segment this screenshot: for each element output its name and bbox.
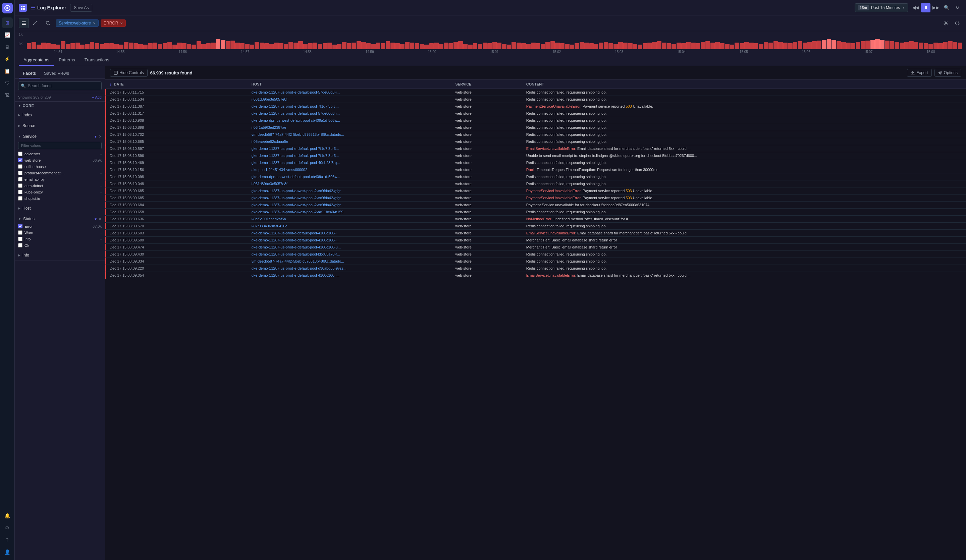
service-item-checkbox-6[interactable]	[18, 190, 23, 194]
save-as-button[interactable]: Save As	[70, 4, 92, 12]
service-item-checkbox-4[interactable]	[18, 177, 23, 181]
service-item-2[interactable]: coffee-house -	[15, 163, 105, 170]
tab-patterns[interactable]: Patterns	[54, 55, 79, 66]
nav-icon-settings[interactable]: ⚙	[2, 522, 13, 533]
hide-controls-button[interactable]: Hide Controls	[110, 69, 148, 77]
log-row-9[interactable]: Dec 17 15:08:10.596 gke-demo-11287-us-pr…	[105, 152, 966, 159]
refresh-button[interactable]: ↻	[953, 3, 962, 12]
nav-icon-help[interactable]: ?	[2, 535, 13, 545]
log-row-12[interactable]: Dec 17 15:08:10.098 gke-demo-dpn-us-west…	[105, 173, 966, 181]
export-button[interactable]: Export	[907, 69, 932, 77]
service-item-checkbox-0[interactable]	[18, 151, 23, 156]
search-icon[interactable]	[43, 18, 53, 28]
service-item-checkbox-1[interactable]	[18, 158, 23, 162]
status-item-checkbox-3[interactable]	[18, 243, 23, 248]
log-row-11[interactable]: Dec 17 15:08:10.156 aks-pool1-21451434-v…	[105, 166, 966, 173]
service-item-checkbox-2[interactable]	[18, 164, 23, 169]
facets-tab-saved-views[interactable]: Saved Views	[40, 69, 73, 79]
log-row-18[interactable]: Dec 17 15:08:09.636 i-0af5c091cbed2af5a …	[105, 216, 966, 223]
log-row-0[interactable]: Dec 17 15:08:11.715 gke-demo-11287-us-pr…	[105, 89, 966, 96]
time-selector[interactable]: 15m Past 15 Minutes ▼	[855, 3, 909, 12]
status-item-0[interactable]: Error 67.0k	[15, 223, 105, 229]
log-row-5[interactable]: Dec 17 15:08:10.898 i-06f1a59f3ed2387ae …	[105, 124, 966, 131]
log-row-15[interactable]: Dec 17 15:08:09.685 gke-demo-11287-us-pr…	[105, 194, 966, 202]
service-item-checkbox-7[interactable]	[18, 196, 23, 200]
status-item-checkbox-0[interactable]	[18, 224, 23, 228]
log-row-16[interactable]: Dec 17 15:08:09.684 gke-demo-11287-us-pr…	[105, 202, 966, 209]
list-view-button[interactable]	[19, 18, 29, 28]
col-date-header[interactable]: ↓ DATE	[106, 80, 248, 89]
service-item-7[interactable]: shopist.io -	[15, 195, 105, 202]
nav-icon-logs[interactable]: 📋	[2, 66, 13, 76]
service-item-0[interactable]: ad-server -	[15, 151, 105, 157]
service-filter-remove[interactable]: ✕	[99, 135, 102, 139]
error-filter-close[interactable]: ✕	[120, 21, 123, 25]
source-header[interactable]: ▶ Source	[15, 122, 105, 130]
log-row-20[interactable]: Dec 17 15:08:09.503 gke-demo-11287-us-pr…	[105, 230, 966, 237]
col-content-header[interactable]: CONTENT	[523, 80, 966, 89]
col-service-header[interactable]: SERVICE	[452, 80, 522, 89]
log-row-6[interactable]: Dec 17 15:08:10.702 vm-deedb587-74a7-44f…	[105, 131, 966, 138]
service-item-checkbox-5[interactable]	[18, 184, 23, 188]
nav-prev-button[interactable]: ◀◀	[911, 3, 920, 12]
service-item-4[interactable]: email-api-py -	[15, 176, 105, 182]
status-item-1[interactable]: Warn -	[15, 229, 105, 236]
service-filter-input[interactable]	[18, 142, 102, 149]
service-filter-header[interactable]: ▼ Service ▼ ✕	[15, 133, 105, 141]
nav-icon-monitor[interactable]: 🖥	[2, 41, 13, 52]
nav-pause-button[interactable]: ⏸	[921, 3, 930, 12]
add-facet-button[interactable]: + Add	[92, 95, 102, 99]
log-row-2[interactable]: Dec 17 15:08:11.387 gke-demo-11287-us-pr…	[105, 103, 966, 110]
log-row-23[interactable]: Dec 17 15:08:09.430 gke-demo-11287-us-pr…	[105, 251, 966, 258]
chart-view-button[interactable]	[30, 18, 40, 28]
options-button[interactable]: Options	[935, 69, 961, 77]
service-item-checkbox-3[interactable]	[18, 171, 23, 175]
host-header[interactable]: ▶ Host	[15, 204, 105, 212]
search-facets-input[interactable]	[18, 82, 102, 90]
log-row-1[interactable]: Dec 17 15:08:11.534 i-061d89be3e5057e8f …	[105, 96, 966, 103]
nav-icon-alerts[interactable]: 🔔	[2, 511, 13, 521]
facets-tab-facets[interactable]: Facets	[19, 69, 40, 79]
log-row-25[interactable]: Dec 17 15:08:09.220 gke-demo-11287-us-pr…	[105, 265, 966, 272]
log-row-8[interactable]: Dec 17 15:08:10.597 gke-demo-11287-us-pr…	[105, 145, 966, 152]
code-button[interactable]	[953, 18, 962, 28]
log-row-14[interactable]: Dec 17 15:08:09.685 gke-demo-11287-us-pr…	[105, 187, 966, 194]
tab-transactions[interactable]: Transactions	[80, 55, 114, 66]
log-row-13[interactable]: Dec 17 15:08:10.048 i-061d89be3e5057e8f …	[105, 181, 966, 187]
status-item-checkbox-2[interactable]	[18, 237, 23, 241]
col-host-header[interactable]: HOST	[248, 80, 452, 89]
nav-icon-dashboard[interactable]: 📈	[2, 30, 13, 40]
nav-icon-user[interactable]: 👤	[2, 547, 13, 557]
logs-table-wrapper[interactable]: ↓ DATE HOST SERVICE CONTENT Dec 17 15:08…	[105, 80, 966, 560]
status-item-2[interactable]: Info -	[15, 236, 105, 242]
service-item-5[interactable]: auth-dotnet -	[15, 182, 105, 189]
error-filter-tag[interactable]: ERROR ✕	[100, 20, 126, 27]
log-row-19[interactable]: Dec 17 15:08:09.570 i-07f0834969b36420e …	[105, 223, 966, 230]
nav-icon-home[interactable]: ⊞	[2, 17, 13, 28]
log-row-4[interactable]: Dec 17 15:08:10.908 gke-demo-dpn-us-west…	[105, 117, 966, 124]
log-row-17[interactable]: Dec 17 15:08:09.658 gke-demo-11287-us-pr…	[105, 209, 966, 216]
service-filter-close[interactable]: ✕	[93, 21, 95, 25]
log-row-26[interactable]: Dec 17 15:08:09.054 gke-demo-11287-us-pr…	[105, 272, 966, 279]
nav-icon-apm[interactable]: ⚡	[2, 54, 13, 64]
gear-button[interactable]	[941, 18, 951, 28]
info-header[interactable]: ▶ Info	[15, 251, 105, 259]
log-row-7[interactable]: Dec 17 15:08:10.685 i-05eaeebe62cdaaa5e …	[105, 138, 966, 145]
service-filter-tag[interactable]: Service:web-store ✕	[56, 20, 99, 27]
service-item-1[interactable]: web-store 66.9k	[15, 157, 105, 163]
log-row-24[interactable]: Dec 17 15:08:09.334 vm-deedb587-74a7-44f…	[105, 258, 966, 265]
log-row-3[interactable]: Dec 17 15:08:11.317 gke-demo-11287-us-pr…	[105, 110, 966, 117]
nav-icon-infra[interactable]: 🏗	[2, 90, 13, 100]
index-header[interactable]: ▶ Index	[15, 111, 105, 119]
log-row-22[interactable]: Dec 17 15:08:09.474 gke-demo-11287-us-pr…	[105, 244, 966, 251]
status-filter-header[interactable]: ▼ Status ▼ ✕	[15, 215, 105, 223]
log-row-10[interactable]: Dec 17 15:08:10.469 gke-demo-11287-us-pr…	[105, 159, 966, 166]
status-item-3[interactable]: Ok -	[15, 242, 105, 248]
search-button[interactable]: 🔍	[942, 3, 951, 12]
service-item-6[interactable]: kube-proxy -	[15, 189, 105, 195]
nav-icon-security[interactable]: 🛡	[2, 78, 13, 89]
service-item-3[interactable]: product-recommendati... -	[15, 170, 105, 176]
nav-next-button[interactable]: ▶▶	[931, 3, 941, 12]
tab-aggregate-as[interactable]: Aggregate as	[19, 55, 54, 66]
status-item-checkbox-1[interactable]	[18, 230, 23, 235]
